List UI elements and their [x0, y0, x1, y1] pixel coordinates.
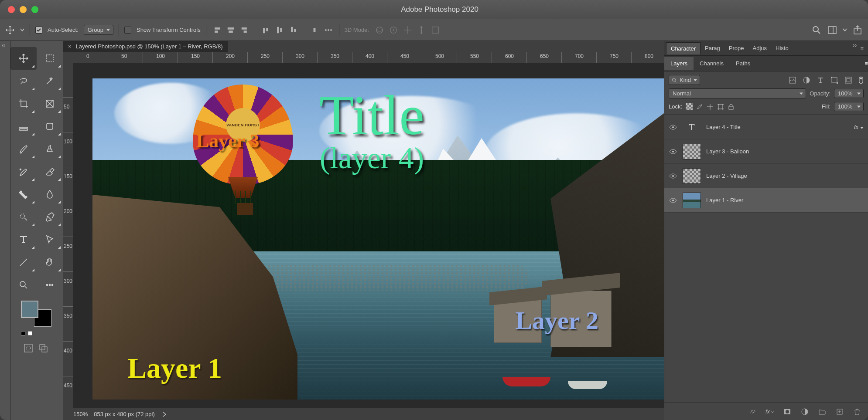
new-layer-icon[interactable]	[836, 408, 844, 416]
maximize-icon[interactable]	[31, 6, 38, 13]
layers-panel-menu-icon[interactable]: ≡	[865, 60, 868, 67]
canvas[interactable]: VANDEN HORST Layer 3 Layer 1 Layer 2 Tit…	[92, 78, 664, 400]
layer-fx-badge[interactable]: fx	[854, 124, 864, 130]
brush-tool[interactable]	[10, 138, 37, 160]
collapse-right-icon[interactable]: ››	[853, 42, 857, 48]
ruler-vertical[interactable]: 50100150200250300350400450	[63, 63, 73, 408]
minimize-icon[interactable]	[20, 6, 27, 13]
panel-tab-paths[interactable]: Paths	[730, 57, 756, 70]
auto-select-target-dropdown[interactable]: Group	[84, 25, 113, 35]
spot-heal-tool[interactable]	[37, 115, 63, 138]
crop-tool[interactable]	[10, 92, 37, 115]
panel-tab-layers[interactable]: Layers	[664, 57, 694, 70]
fill-value[interactable]: 100%	[834, 102, 864, 111]
panel-menu-icon[interactable]: ≡	[858, 45, 866, 51]
roll-3d-icon[interactable]	[388, 25, 399, 35]
pan-3d-icon[interactable]	[402, 25, 413, 35]
layer-name[interactable]: Layer 4 - Title	[706, 124, 741, 130]
orbit-3d-icon[interactable]	[374, 25, 385, 35]
opacity-value[interactable]: 100%	[834, 89, 864, 98]
collapse-left-icon[interactable]: ‹‹	[2, 42, 6, 48]
search-icon[interactable]	[811, 25, 822, 35]
distribute-h-icon[interactable]	[309, 25, 320, 35]
panel-tab-histo[interactable]: Histo	[771, 42, 793, 54]
scale-3d-icon[interactable]	[430, 25, 441, 35]
layer-row[interactable]: Layer 3 - Balloon	[664, 139, 868, 164]
canvas-viewport[interactable]: VANDEN HORST Layer 3 Layer 1 Layer 2 Tit…	[73, 63, 664, 408]
close-icon[interactable]	[8, 6, 15, 13]
slide-3d-icon[interactable]	[416, 25, 427, 35]
pen-tool[interactable]	[37, 206, 63, 228]
filter-toggle-icon[interactable]	[858, 76, 864, 85]
panel-tab-prope[interactable]: Prope	[724, 42, 748, 54]
link-layers-icon[interactable]	[748, 408, 756, 416]
frame-tool[interactable]	[37, 92, 63, 115]
lock-artboard-icon[interactable]	[717, 103, 724, 110]
align-right-icon[interactable]	[239, 25, 250, 35]
panel-tab-parag[interactable]: Parag	[701, 42, 724, 54]
auto-select-checkbox[interactable]	[35, 27, 42, 34]
panel-tab-adjus[interactable]: Adjus	[748, 42, 771, 54]
toolbar-collapse-gutter[interactable]: ‹‹	[0, 41, 10, 420]
active-tool-icon[interactable]	[5, 25, 15, 35]
line-tool[interactable]	[10, 251, 37, 274]
document-tab[interactable]: × Layered Photoshop.psd @ 150% (Layer 1 …	[63, 41, 228, 52]
lock-paint-icon[interactable]	[696, 103, 703, 110]
filter-shape-icon[interactable]	[830, 76, 838, 84]
rect-marquee-tool[interactable]	[37, 47, 63, 70]
edit-toolbar-button[interactable]	[37, 274, 63, 296]
blur-tool[interactable]	[37, 183, 63, 206]
lock-all-icon[interactable]	[728, 103, 735, 110]
screen-mode-icon[interactable]	[38, 343, 48, 353]
lock-transparent-icon[interactable]	[686, 103, 693, 110]
layer-name[interactable]: Layer 2 - Village	[706, 173, 747, 179]
filter-adjust-icon[interactable]	[803, 76, 810, 84]
tool-preset-dropdown[interactable]	[20, 28, 24, 32]
layer-thumbnail[interactable]	[683, 168, 701, 184]
layer-thumbnail[interactable]	[683, 144, 701, 159]
type-tool[interactable]	[10, 228, 37, 251]
mini-swatch-icons[interactable]	[21, 331, 63, 335]
align-bottom-icon[interactable]	[288, 25, 299, 35]
align-top-icon[interactable]	[260, 25, 271, 35]
layer-thumbnail[interactable]: T	[683, 119, 701, 135]
group-layers-icon[interactable]	[818, 408, 826, 416]
align-middle-v-icon[interactable]	[274, 25, 285, 35]
workspace-switcher-icon[interactable]	[827, 25, 837, 35]
align-more-icon[interactable]	[323, 25, 334, 35]
eraser-tool[interactable]	[37, 160, 63, 183]
layer-mask-icon[interactable]	[783, 408, 791, 416]
status-more-icon[interactable]	[161, 411, 168, 418]
zoom-level[interactable]: 150%	[73, 411, 88, 417]
color-swatches[interactable]	[21, 301, 51, 327]
zoom-tool[interactable]	[10, 274, 37, 296]
layer-name[interactable]: Layer 1 - River	[706, 197, 743, 203]
panel-tab-character[interactable]: Character	[666, 42, 701, 54]
filter-pixel-icon[interactable]	[789, 76, 796, 84]
dodge-tool[interactable]	[10, 206, 37, 228]
ruler-horizontal[interactable]: 0501001502002503003504004505005506006507…	[63, 52, 664, 63]
layer-row[interactable]: TLayer 4 - Titlefx	[664, 115, 868, 139]
foreground-color[interactable]	[21, 301, 38, 318]
eyedropper-tool[interactable]	[10, 115, 37, 138]
adjustment-layer-icon[interactable]	[801, 408, 809, 416]
layer-visibility-icon[interactable]	[669, 172, 677, 180]
layer-row[interactable]: Layer 1 - River	[664, 188, 868, 213]
hand-tool[interactable]	[37, 251, 63, 274]
layer-row[interactable]: Layer 2 - Village	[664, 164, 868, 188]
layer-fx-icon[interactable]: fx	[766, 408, 774, 416]
delete-layer-icon[interactable]	[853, 408, 861, 416]
quick-mask-icon[interactable]	[24, 343, 33, 353]
clone-stamp-tool[interactable]	[37, 138, 63, 160]
share-icon[interactable]	[852, 25, 863, 35]
layer-thumbnail[interactable]	[683, 193, 701, 208]
layer-visibility-icon[interactable]	[669, 196, 677, 205]
layer-filter-kind[interactable]: Kind	[669, 75, 700, 85]
gradient-tool[interactable]	[10, 183, 37, 206]
filter-smart-icon[interactable]	[844, 76, 852, 84]
blend-mode-dropdown[interactable]: Normal	[669, 88, 806, 98]
show-transform-checkbox[interactable]	[124, 27, 131, 34]
history-brush-tool[interactable]	[10, 160, 37, 183]
layer-visibility-icon[interactable]	[669, 123, 677, 132]
move-tool[interactable]	[10, 47, 37, 70]
